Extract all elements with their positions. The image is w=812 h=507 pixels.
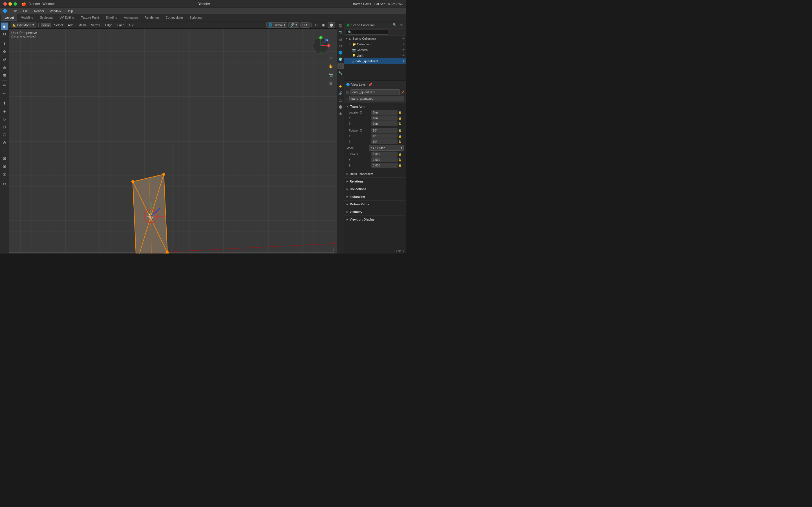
material-icon[interactable]: ⬤ <box>338 104 344 110</box>
zoom-to-fit-btn[interactable]: ⊕ <box>327 54 335 61</box>
vp-add-menu[interactable]: Add <box>66 23 75 27</box>
scale-x-val[interactable]: 1.000 <box>371 152 398 157</box>
visibility-header[interactable]: ▶ Visibility <box>344 209 406 214</box>
modifier-icon[interactable]: 🔧 <box>338 70 344 76</box>
physics-icon[interactable]: ⚡ <box>338 83 344 90</box>
scale-z-lock[interactable]: 🔓 <box>398 164 402 167</box>
scene-icon[interactable]: 🌐 <box>338 50 344 56</box>
location-x-val[interactable]: 0 m <box>371 110 398 115</box>
close-button[interactable] <box>3 2 7 6</box>
blender-app-name[interactable]: Blender <box>29 2 40 6</box>
rotation-z-val[interactable]: 90° <box>371 139 398 144</box>
light-item[interactable]: 💡 Light 👁 <box>344 53 406 58</box>
vp-vertex-menu[interactable]: Vertex <box>89 23 101 27</box>
collections-header[interactable]: ▶ Collections <box>344 186 406 191</box>
extrude-tool[interactable]: ⬆ <box>1 100 8 107</box>
grid-btn[interactable]: ⊞ <box>327 79 335 87</box>
xray-btn[interactable]: ▣ <box>320 22 326 27</box>
location-y-val[interactable]: 0 m <box>371 115 398 121</box>
tab-add-button[interactable]: + <box>205 14 211 21</box>
inset-tool[interactable]: ◈ <box>1 107 8 115</box>
annotate-tool[interactable]: ✏ <box>1 82 8 89</box>
tab-scripting[interactable]: Scripting <box>186 14 205 21</box>
n-panel-toggle[interactable]: ‹ <box>333 247 337 254</box>
outliner-filter-btn[interactable]: 🔍 <box>392 22 398 28</box>
snap-dropdown[interactable]: 🔗 ▾ <box>289 22 299 27</box>
delta-transform-header[interactable]: ▶ Delta Transform <box>344 171 406 176</box>
viewport-display-header[interactable]: ▶ Viewport Display <box>344 217 406 222</box>
vp-mesh-menu[interactable]: Mesh <box>77 23 88 27</box>
vp-uv-menu[interactable]: UV <box>128 23 135 27</box>
spin-tool[interactable]: ⊙ <box>1 139 8 146</box>
shader-icon[interactable]: ◉ <box>338 110 344 117</box>
overlay-btn[interactable]: ⊡ <box>313 22 319 27</box>
relations-header[interactable]: ▶ Relations <box>344 179 406 184</box>
tab-compositing[interactable]: Compositing <box>162 14 186 21</box>
tab-rendering[interactable]: Rendering <box>141 14 162 21</box>
render-prop-icon[interactable]: 📷 <box>338 29 344 36</box>
output-prop-icon[interactable]: 🖨 <box>338 36 344 42</box>
tab-modeling[interactable]: Modeling <box>17 14 37 21</box>
camera-btn[interactable]: 📷 <box>327 71 335 78</box>
constraints-icon[interactable]: 🔗 <box>338 90 344 96</box>
move-tool[interactable]: ✥ <box>1 48 8 55</box>
select-tool[interactable]: ▣ <box>1 22 8 30</box>
vp-select-menu[interactable]: Select <box>52 23 64 27</box>
mesh-item[interactable]: △ oahu_quantized 👁 <box>344 58 406 64</box>
rotation-x-val[interactable]: 90° <box>371 128 398 133</box>
scale-tool[interactable]: ⊕ <box>1 64 8 71</box>
tab-shading[interactable]: Shading <box>102 14 120 21</box>
rotation-x-lock[interactable]: 🔓 <box>398 129 402 132</box>
location-z-lock[interactable]: 🔓 <box>398 122 402 125</box>
blender-icon[interactable]: 🔷 <box>2 8 8 13</box>
shear-tool[interactable]: ⧖ <box>1 170 8 178</box>
rotation-z-lock[interactable]: 🔓 <box>398 140 402 144</box>
measure-tool[interactable]: ↔ <box>1 90 8 97</box>
edge-slide-tool[interactable]: ⊠ <box>1 155 8 162</box>
tab-texture-paint[interactable]: Texture Paint <box>78 14 102 21</box>
minimize-button[interactable] <box>8 2 12 6</box>
scene-collection-item[interactable]: ▼ ⊡ Scene Collection 👁 <box>344 36 406 41</box>
scale-z-val[interactable]: 1.000 <box>371 163 398 168</box>
outliner-search-input[interactable] <box>346 30 389 35</box>
camera-item[interactable]: 📷 Camera 👁 <box>344 47 406 53</box>
menu-help[interactable]: Help <box>64 9 75 13</box>
transform-section-header[interactable]: ▼ Transform <box>344 104 406 109</box>
rotation-mode-dropdown[interactable]: XYZ Euler ▾ <box>369 145 404 151</box>
tab-layout[interactable]: Layout <box>1 14 17 21</box>
bevel-tool[interactable]: ◇ <box>1 115 8 122</box>
object-data-icon[interactable]: △ <box>338 97 344 103</box>
poly-build-tool[interactable]: ⬡ <box>1 131 8 138</box>
instancing-header[interactable]: ▶ Instancing <box>344 194 406 199</box>
particles-icon[interactable]: · <box>338 76 344 83</box>
maximize-button[interactable] <box>13 2 17 6</box>
vp-edge-menu[interactable]: Edge <box>103 23 114 27</box>
cursor-tool[interactable]: ✛ <box>1 40 8 48</box>
location-x-lock[interactable]: 🔓 <box>398 111 402 114</box>
rotation-y-val[interactable]: 0° <box>371 133 398 138</box>
tab-uv-editing[interactable]: UV Editing <box>56 14 78 21</box>
menu-edit[interactable]: Edit <box>21 9 31 13</box>
select-box-tool[interactable]: ⊡ <box>1 31 8 38</box>
outliner-options-btn[interactable]: ⚙ <box>399 22 404 28</box>
hand-btn[interactable]: ✋ <box>327 62 335 70</box>
motion-paths-header[interactable]: ▶ Motion Paths <box>344 202 406 207</box>
vp-view-menu[interactable]: View <box>41 23 51 27</box>
world-icon[interactable]: 🌍 <box>338 56 344 62</box>
mesh-data-input[interactable] <box>349 96 404 101</box>
window-menu[interactable]: Window <box>42 2 54 6</box>
tab-sculpting[interactable]: Sculpting <box>37 14 56 21</box>
location-z-val[interactable]: 0 m <box>371 121 398 126</box>
proportional-dropdown[interactable]: ⊙ ▾ <box>300 22 310 27</box>
scene-prop-icon[interactable]: 🎬 <box>338 22 344 29</box>
smooth-tool[interactable]: ≈ <box>1 147 8 154</box>
shrink-fatten-tool[interactable]: ◉ <box>1 163 8 170</box>
pin-btn[interactable]: 📌 <box>368 82 373 87</box>
view-layer-icon[interactable]: 🗂 <box>338 43 344 49</box>
mode-dropdown[interactable]: 📐 Edit Mode ▾ <box>11 22 36 28</box>
tab-animation[interactable]: Animation <box>121 14 141 21</box>
3d-viewport[interactable]: User Perspective (1) oahu_quantized Y X <box>9 29 337 253</box>
menu-file[interactable]: File <box>10 9 20 13</box>
scale-y-val[interactable]: 1.000 <box>371 157 398 162</box>
object-icon[interactable]: ⬛ <box>338 63 344 69</box>
